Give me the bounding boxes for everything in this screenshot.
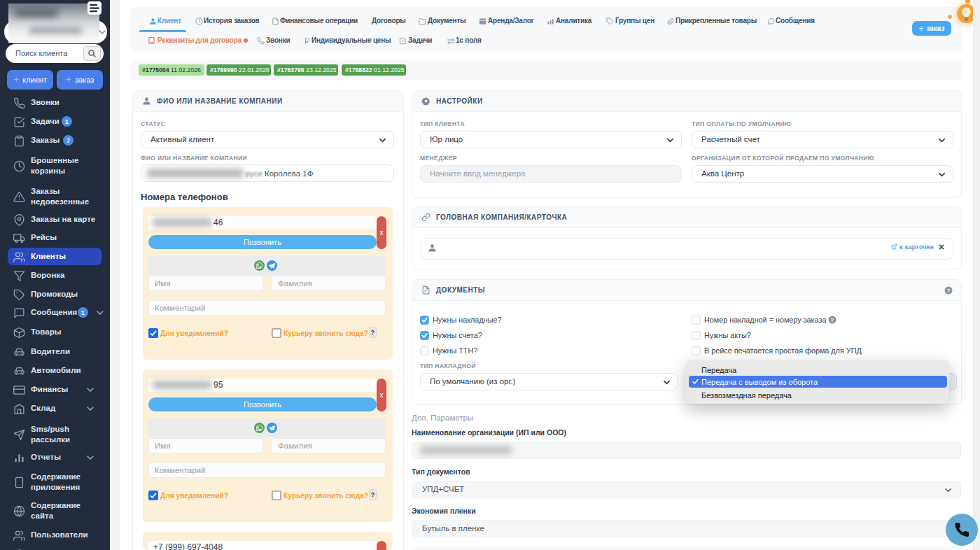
svg-text:?: ? xyxy=(831,317,834,323)
svg-text:?: ? xyxy=(947,288,951,294)
